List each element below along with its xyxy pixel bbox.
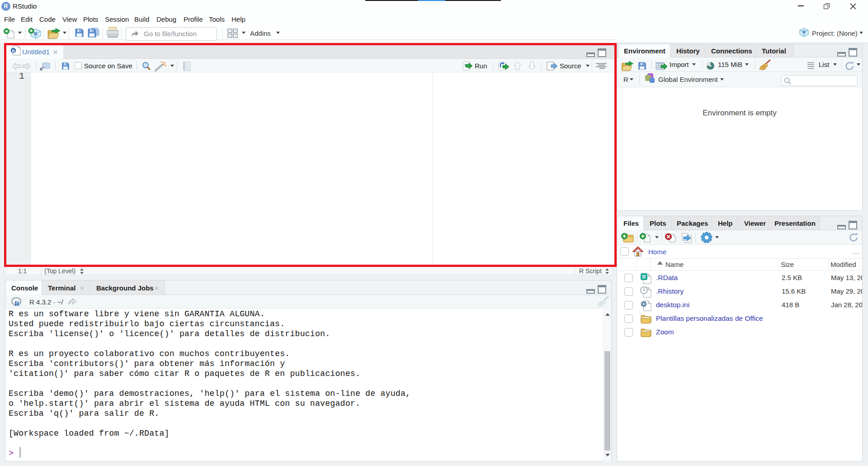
svg-text:R: R [642,274,646,280]
svg-text:R: R [34,31,38,36]
svg-text:R: R [14,300,20,307]
svg-text:R: R [802,29,806,34]
